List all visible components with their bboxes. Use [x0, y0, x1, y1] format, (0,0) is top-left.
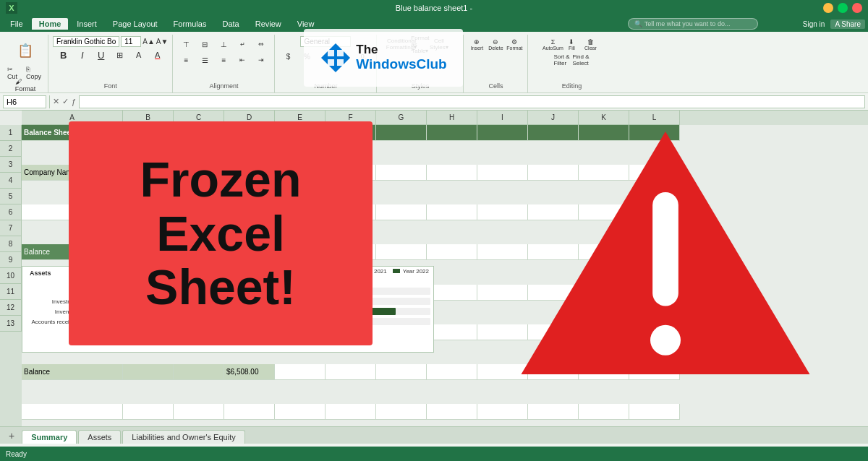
sort-filter-button[interactable]: Sort & Filter [553, 52, 571, 68]
logo-overlay: The WindowsClub [304, 29, 463, 87]
border-button[interactable]: ⊞ [111, 47, 129, 63]
sheet-tab-liabilities[interactable]: Liabilities and Owner's Equity [122, 430, 244, 444]
italic-button[interactable]: I [74, 47, 91, 63]
cell-h4[interactable] [427, 244, 477, 260]
row-4: 4 [0, 173, 22, 189]
cell-f8[interactable] [326, 404, 376, 420]
cell-h6[interactable] [427, 324, 477, 340]
font-name-dropdown[interactable]: Franklin Gothic Bo [53, 36, 119, 47]
tab-home[interactable]: Home [32, 18, 69, 30]
insert-cells-button[interactable]: ⊕Insert [468, 36, 485, 52]
cell-h5[interactable] [427, 285, 477, 301]
legend-item-2: Year 2022 [393, 268, 429, 278]
underline-button[interactable]: U [93, 47, 110, 63]
cell-b8[interactable] [123, 404, 174, 420]
delete-cells-button[interactable]: ⊖Delete [487, 36, 504, 52]
cell-a8[interactable] [22, 404, 123, 420]
font-grow-icon[interactable]: A▲ [142, 38, 155, 46]
cell-l8[interactable] [629, 404, 680, 420]
tab-view[interactable]: View [290, 18, 322, 30]
alignment-group: ⊤ ⊟ ⊥ ↵ ⇔ ≡ ☰ ≡ ⇤ ⇥ Alignment [173, 35, 275, 92]
close-button[interactable] [852, 3, 862, 13]
cell-f7[interactable] [326, 364, 376, 380]
logo-brand-text: WindowsClub [356, 57, 446, 72]
svg-marker-0 [321, 43, 350, 72]
cell-e8[interactable] [275, 404, 326, 420]
tab-file[interactable]: File [3, 18, 30, 30]
cell-b7[interactable] [123, 364, 174, 380]
cell-g1[interactable] [376, 125, 427, 141]
font-size-dropdown[interactable]: 11 [121, 36, 141, 47]
align-right-button[interactable]: ≡ [215, 52, 232, 68]
fill-color-button[interactable]: A [130, 47, 148, 63]
cell-i8[interactable] [477, 404, 528, 420]
decrease-indent-button[interactable]: ⇤ [234, 52, 251, 68]
logo-text: The WindowsClub [356, 43, 446, 72]
cell-h1[interactable] [427, 125, 477, 141]
cell-g7[interactable] [376, 364, 427, 380]
wrap-text-button[interactable]: ↵ [234, 36, 251, 52]
font-shrink-icon[interactable]: A▼ [156, 38, 169, 46]
accounting-button[interactable]: $ [279, 48, 297, 64]
tab-insert[interactable]: Insert [69, 18, 104, 30]
align-middle-button[interactable]: ⊟ [196, 36, 213, 52]
cell-c8[interactable] [174, 404, 224, 420]
cell-k8[interactable] [579, 404, 629, 420]
cell-g8[interactable] [376, 404, 427, 420]
tab-review[interactable]: Review [248, 18, 289, 30]
svg-rect-4 [337, 59, 344, 66]
cell-d7[interactable]: $6,508.00 [224, 364, 275, 380]
red-banner: Frozen Excel Sheet! [69, 121, 373, 345]
sheet-tab-summary[interactable]: Summary [22, 430, 77, 444]
svg-rect-3 [328, 59, 334, 66]
warning-triangle-icon [514, 116, 817, 390]
cell-h8[interactable] [427, 404, 477, 420]
align-top-button[interactable]: ⊤ [177, 36, 195, 52]
row-5: 5 [0, 189, 22, 204]
cell-h7[interactable] [427, 364, 477, 380]
cell-a7[interactable]: Balance [22, 364, 123, 380]
share-button[interactable]: A Share [830, 20, 865, 29]
minimize-button[interactable] [823, 3, 833, 13]
sheet-tab-assets[interactable]: Assets [78, 430, 121, 444]
align-center-button[interactable]: ☰ [196, 52, 213, 68]
sign-in-link[interactable]: Sign in [803, 20, 825, 28]
maximize-button[interactable] [838, 3, 848, 13]
align-left-row: ≡ ☰ ≡ ⇤ ⇥ [177, 52, 270, 68]
row-8: 8 [0, 236, 22, 252]
merge-button[interactable]: ⇔ [252, 36, 270, 52]
cell-reference-box[interactable]: H6 [3, 95, 46, 108]
add-sheet-button[interactable]: + [3, 428, 20, 444]
align-bottom-button[interactable]: ⊥ [215, 36, 232, 52]
bold-button[interactable]: B [55, 47, 72, 63]
cell-d8[interactable] [224, 404, 275, 420]
paste-button[interactable]: 📋 [14, 36, 37, 65]
increase-indent-button[interactable]: ⇥ [252, 52, 270, 68]
fill-button[interactable]: ⬇Fill [563, 36, 580, 52]
tab-data[interactable]: Data [215, 18, 246, 30]
cell-g4[interactable] [376, 244, 427, 260]
banner-line2: Excel [140, 207, 302, 261]
autosum-button[interactable]: ΣAutoSum [544, 36, 561, 52]
cell-g3[interactable] [376, 204, 427, 220]
cell-j8[interactable] [528, 404, 579, 420]
format-cells-button[interactable]: ⚙Format [506, 36, 523, 52]
title-bar-left: X [6, 2, 17, 14]
cell-c7[interactable] [174, 364, 224, 380]
row-3: 3 [0, 157, 22, 173]
clear-button[interactable]: 🗑Clear [582, 36, 599, 52]
tab-page-layout[interactable]: Page Layout [106, 18, 165, 30]
font-color-button[interactable]: A [149, 47, 166, 63]
cell-h2[interactable] [427, 165, 477, 181]
cell-g2[interactable] [376, 165, 427, 181]
cancel-formula-icon[interactable]: ✕ [53, 97, 59, 106]
cell-e7[interactable] [275, 364, 326, 380]
find-select-button[interactable]: Find & Select [572, 52, 590, 68]
ribbon-search[interactable]: 🔍 Tell me what you want to do... [628, 18, 758, 30]
cell-h3[interactable] [427, 204, 477, 220]
align-left-button[interactable]: ≡ [177, 52, 195, 68]
tab-formulas[interactable]: Formulas [166, 18, 214, 30]
confirm-formula-icon[interactable]: ✓ [62, 97, 69, 106]
insert-function-icon[interactable]: ƒ [72, 98, 76, 106]
editing-row-2: Sort & Filter Find & Select [553, 52, 590, 68]
